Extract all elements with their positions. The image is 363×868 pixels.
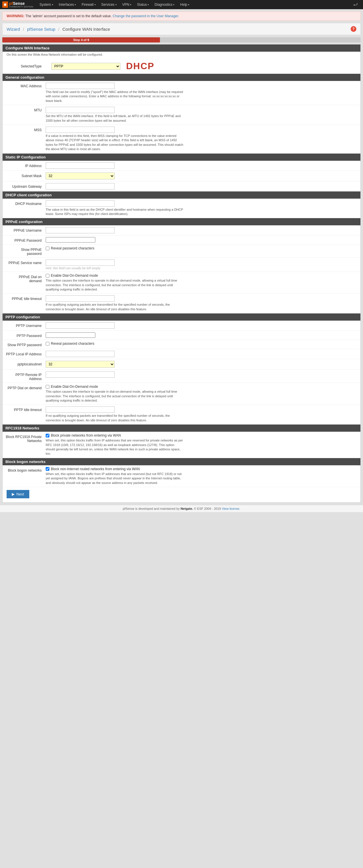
pptp-local-ip-input[interactable]: [46, 351, 115, 357]
pppoe-show-password-label: Show PPPoE password: [5, 246, 46, 256]
warning-message: The 'admin' account password is set to t…: [25, 14, 113, 18]
pptp-dial-on-demand-checkbox[interactable]: [46, 385, 50, 389]
pppoe-idle-timeout-input[interactable]: [46, 296, 115, 302]
nav-system[interactable]: System▾: [37, 0, 56, 9]
pptp-local-subnet-field: 323130292824168: [46, 361, 358, 368]
pppoe-service-name-input[interactable]: [46, 259, 115, 266]
pptp-username-input[interactable]: [46, 322, 115, 329]
pppoe-dial-on-demand-check-label[interactable]: Enable Dial-On-Demand mode: [46, 274, 358, 278]
nav-help[interactable]: Help▾: [177, 0, 192, 9]
block-bogon-checkbox[interactable]: [46, 467, 50, 471]
caret-icon: ▾: [148, 3, 149, 6]
block-rfc1918-check-label[interactable]: Block private networks from entering via…: [46, 433, 358, 437]
pppoe-username-field: [46, 227, 358, 234]
pptp-show-password-checkbox[interactable]: [46, 342, 50, 346]
page-description: On this screen the Wide Area Network inf…: [3, 52, 360, 59]
mac-address-field: This field can be used to modify ("spoof…: [46, 83, 358, 103]
pptp-local-ip-field: [46, 351, 358, 357]
subnet-mask-select[interactable]: 323130292824168: [46, 173, 115, 179]
pptp-local-subnet-select[interactable]: 323130292824168: [46, 361, 115, 368]
pppoe-username-label: PPPoE Username: [5, 227, 46, 232]
section-header-general: General configuration: [3, 74, 360, 81]
section-header-pptp: PPTP configuration: [3, 313, 360, 321]
pptp-username-label: PPTP Username: [5, 322, 46, 328]
caret-icon: ▾: [75, 3, 76, 6]
dhcp-hostname-field: The value in this field is sent as the D…: [46, 200, 358, 216]
pptp-show-password-text: Reveal password characters: [51, 342, 94, 346]
pptp-password-input[interactable]: [46, 332, 95, 338]
pppoe-idle-timeout-row: PPPoE Idle timeout If no qualifying outg…: [3, 293, 360, 313]
pppoe-dial-on-demand-checkbox[interactable]: [46, 274, 50, 278]
pptp-dial-on-demand-row: PPTP Dial on demand Enable Dial-On-Deman…: [3, 383, 360, 405]
brand-text: pfSense COMMUNITY EDITION: [9, 1, 33, 8]
pppoe-username-row: PPPoE Username: [3, 225, 360, 236]
pptp-show-password-check-label[interactable]: Reveal password characters: [46, 342, 358, 346]
mac-address-input[interactable]: [46, 83, 115, 89]
upstream-gateway-input[interactable]: [46, 183, 115, 189]
pppoe-idle-timeout-label: PPPoE Idle timeout: [5, 296, 46, 301]
pptp-dial-on-demand-check-label[interactable]: Enable Dial-On-Demand mode: [46, 384, 358, 389]
breadcrumb-sep-1: /: [23, 27, 24, 32]
block-bogon-check-label[interactable]: Block non-Internet routed networks from …: [46, 467, 358, 471]
pppoe-dial-on-demand-label: PPPoE Dial on demand: [5, 274, 46, 283]
caret-icon: ▾: [130, 3, 131, 6]
pppoe-show-password-row: Show PPPoE password Reveal password char…: [3, 245, 360, 258]
button-area: ▶ Next: [3, 487, 360, 502]
mtu-field: Set the MTU of the WAN interface. If thi…: [46, 107, 358, 123]
pppoe-password-input[interactable]: [46, 237, 95, 243]
mac-address-label: MAC Address: [5, 83, 46, 88]
pptp-local-ip-row: PPTP Local IP Address: [3, 349, 360, 359]
pptp-idle-timeout-label: PPTP Idle timeout: [5, 406, 46, 412]
block-rfc1918-checkbox[interactable]: [46, 434, 50, 437]
help-icon[interactable]: ?: [351, 26, 356, 32]
pppoe-show-password-checkbox[interactable]: [46, 247, 50, 250]
next-button-label: Next: [17, 492, 24, 496]
pptp-local-subnet-label: pptplocalsubnet: [5, 361, 46, 366]
pppoe-dial-on-demand-row: PPPoE Dial on demand Enable Dial-On-Dema…: [3, 272, 360, 293]
breadcrumb: Wizard / pfSense Setup / Configure WAN I…: [7, 27, 110, 32]
pptp-remote-ip-input[interactable]: [46, 371, 115, 378]
footer-license-link[interactable]: View license.: [222, 507, 240, 510]
nav-status[interactable]: Status▾: [134, 0, 152, 9]
subnet-mask-row: Subnet Mask 323130292824168: [3, 171, 360, 181]
nav-vpn[interactable]: VPN▾: [119, 0, 134, 9]
dhcp-hostname-input[interactable]: [46, 200, 115, 207]
breadcrumb-wizard[interactable]: Wizard: [7, 27, 20, 32]
nav-firewall[interactable]: Firewall▾: [79, 0, 98, 9]
nav-diagnostics[interactable]: Diagnostics▾: [152, 0, 177, 9]
pppoe-config-title: PPPoE configuration: [5, 220, 42, 224]
pptp-dial-on-demand-label: PPTP Dial on demand: [5, 384, 46, 390]
pppoe-idle-timeout-help: If no qualifying outgoing packets are tr…: [46, 303, 183, 311]
warning-label: WARNING:: [7, 14, 24, 18]
main-panel: Configure WAN Interface On this screen t…: [2, 44, 361, 503]
nav-services[interactable]: Services▾: [98, 0, 119, 9]
breadcrumb-current: Configure WAN Interface: [62, 27, 110, 32]
pppoe-show-password-field: Reveal password characters: [46, 246, 358, 250]
caret-icon: ▾: [116, 3, 117, 6]
pptp-remote-ip-row: PPTP Remote IP Address: [3, 370, 360, 383]
ip-address-input[interactable]: [46, 162, 115, 169]
pptp-idle-timeout-input[interactable]: [46, 406, 115, 413]
block-rfc1918-row: Block RFC1918 Private Networks Block pri…: [3, 432, 360, 458]
pppoe-show-password-check-label[interactable]: Reveal password characters: [46, 246, 358, 250]
warning-link[interactable]: Change the password in the User Manager.: [113, 14, 179, 18]
mss-input[interactable]: [46, 127, 115, 133]
pptp-show-password-field: Reveal password characters: [46, 342, 358, 346]
subnet-mask-field: 323130292824168: [46, 173, 358, 179]
caret-icon: ▾: [94, 3, 96, 6]
breadcrumb-setup[interactable]: pfSense Setup: [27, 27, 55, 32]
mtu-input[interactable]: [46, 107, 115, 113]
navbar-icon-right[interactable]: ⮐: [351, 0, 361, 9]
pptp-idle-timeout-field: If no qualifying outgoing packets are tr…: [46, 406, 358, 423]
pptp-dial-on-demand-text: Enable Dial-On-Demand mode: [51, 384, 98, 389]
block-bogon-help: When set, this option blocks traffic fro…: [46, 472, 183, 485]
next-button[interactable]: ▶ Next: [7, 490, 29, 498]
pppoe-dial-on-demand-help: This option causes the interface to oper…: [46, 278, 183, 291]
nav-interfaces[interactable]: Interfaces▾: [56, 0, 79, 9]
selected-type-select[interactable]: PPTP DHCP Static PPPoE None: [52, 63, 120, 70]
dhcp-hostname-help: The value in this field is sent as the D…: [46, 208, 183, 216]
pppoe-username-input[interactable]: [46, 227, 115, 234]
pptp-dial-on-demand-help: This option causes the interface to oper…: [46, 390, 183, 403]
rfc1918-title: RFC1918 Networks: [5, 426, 39, 430]
section-title-wan: Configure WAN Interface: [5, 46, 50, 50]
